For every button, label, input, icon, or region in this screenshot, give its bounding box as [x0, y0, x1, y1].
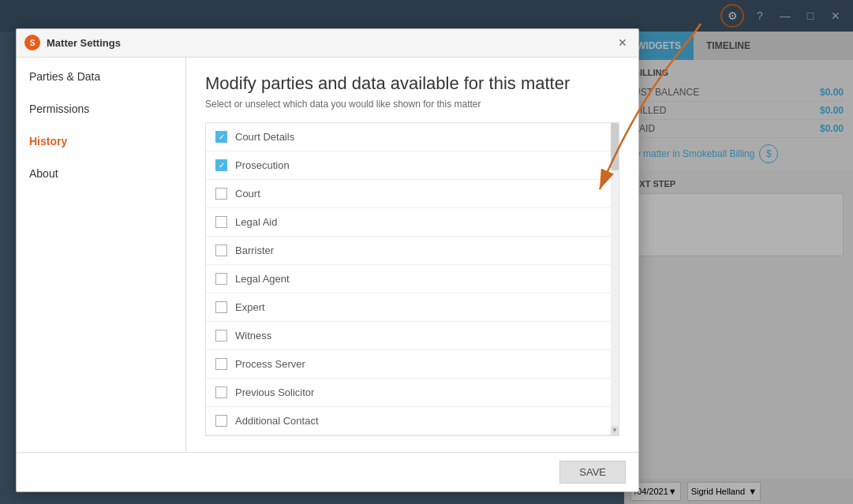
checkbox-additional-contact[interactable] — [215, 415, 227, 427]
sidebar-item-permissions[interactable]: Permissions — [17, 93, 185, 125]
checkbox-court[interactable] — [215, 188, 227, 200]
list-item[interactable]: Process Server — [206, 350, 619, 379]
modal-title-left: S Matter Settings — [24, 35, 121, 50]
modal-overlay: S Matter Settings ✕ Parties & Data Permi… — [0, 0, 853, 504]
scrollbar-down-arrow[interactable]: ▼ — [611, 426, 619, 435]
list-item[interactable]: Legal Aid — [206, 208, 619, 237]
checkbox-legal-aid[interactable] — [215, 216, 227, 228]
checkbox-label-additional-contact: Additional Contact — [235, 415, 319, 427]
modal-sidebar: Parties & Data Permissions History About — [17, 58, 186, 452]
modal-titlebar: S Matter Settings ✕ — [17, 29, 638, 58]
checkbox-label-court: Court — [235, 188, 260, 200]
list-item[interactable]: Expert — [206, 293, 619, 322]
modal-body: Parties & Data Permissions History About… — [17, 58, 638, 452]
checkbox-list: ✓Court Details✓ProsecutionCourtLegal Aid… — [205, 122, 619, 436]
modal-title: Matter Settings — [47, 37, 121, 49]
list-item[interactable]: Legal Agent — [206, 265, 619, 293]
list-item[interactable]: Additional Contact — [206, 407, 619, 435]
checkbox-process-server[interactable] — [215, 358, 227, 370]
checkbox-legal-agent[interactable] — [215, 273, 227, 285]
content-subtitle: Select or unselect which data you would … — [205, 99, 619, 110]
list-item[interactable]: Court — [206, 180, 619, 208]
content-title: Modify parties and data available for th… — [205, 73, 619, 94]
checkbox-previous-solicitor[interactable] — [215, 386, 227, 398]
checkbox-expert[interactable] — [215, 301, 227, 313]
checkbox-witness[interactable] — [215, 330, 227, 342]
save-button[interactable]: SAVE — [559, 461, 626, 483]
list-item[interactable]: Witness — [206, 322, 619, 350]
sidebar-item-parties-data[interactable]: Parties & Data — [17, 61, 185, 93]
checkbox-label-previous-solicitor: Previous Solicitor — [235, 386, 314, 398]
checkbox-label-witness: Witness — [235, 330, 271, 342]
modal-close-button[interactable]: ✕ — [615, 35, 630, 50]
list-item[interactable]: ✓Court Details — [206, 123, 619, 151]
modal-dialog: S Matter Settings ✕ Parties & Data Permi… — [16, 28, 639, 492]
scrollbar-thumb[interactable] — [611, 123, 619, 170]
checkbox-label-prosecution: Prosecution — [235, 159, 290, 171]
checkbox-label-expert: Expert — [235, 301, 265, 313]
modal-footer: SAVE — [17, 452, 638, 491]
checkbox-label-court-details: Court Details — [235, 131, 294, 143]
list-item[interactable]: Previous Solicitor — [206, 379, 619, 407]
checkbox-label-legal-aid: Legal Aid — [235, 216, 278, 228]
checkbox-court-details[interactable]: ✓ — [215, 131, 227, 143]
checkbox-label-process-server: Process Server — [235, 358, 305, 370]
app-logo: S — [24, 35, 40, 50]
checkbox-label-barrister: Barrister — [235, 245, 274, 256]
checkbox-barrister[interactable] — [215, 245, 227, 256]
scrollbar-track[interactable]: ▲ ▼ — [611, 123, 619, 435]
list-item[interactable]: Barrister — [206, 237, 619, 265]
list-item[interactable]: ✓Prosecution — [206, 151, 619, 180]
checkbox-prosecution[interactable]: ✓ — [215, 159, 227, 171]
sidebar-item-history[interactable]: History — [17, 125, 185, 158]
checkbox-label-legal-agent: Legal Agent — [235, 273, 290, 285]
sidebar-item-about[interactable]: About — [17, 158, 185, 190]
modal-content: Modify parties and data available for th… — [186, 58, 638, 452]
